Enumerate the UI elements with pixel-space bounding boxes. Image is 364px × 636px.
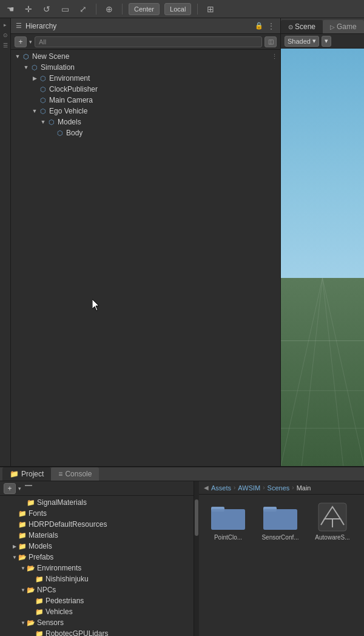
layers-icon[interactable]: ⊞ — [204, 2, 217, 16]
proj-label-env: Environments — [37, 564, 81, 572]
svg-line-3 — [302, 278, 322, 466]
scene-panel: ⊙ Scene ▷ Game Shaded ▾ ▾ — [281, 18, 364, 466]
hierarchy-toolbar: + ▾ ◫ — [11, 34, 280, 50]
proj-folder-icon-models: 📁 — [18, 543, 27, 550]
proj-folder-icon-env: 📂 — [27, 565, 35, 572]
tab-console[interactable]: ≡ Console — [51, 467, 99, 481]
center-button[interactable]: Center — [129, 3, 160, 15]
strip-icon-3[interactable]: ☰ — [1, 41, 10, 50]
proj-item-robotec[interactable]: ▶ 📁 RobotecGPULidars — [0, 628, 194, 636]
hierarchy-search-input[interactable] — [35, 36, 262, 47]
scrollbar-thumb[interactable] — [195, 499, 198, 536]
proj-label-sm: SignalMaterials — [37, 498, 87, 507]
hierarchy-lock-icon[interactable]: 🔒 — [255, 22, 263, 30]
main-area: ▸ ⊙ ☰ ☰ Hierarchy 🔒 ⋮ + ▾ ◫ ▼ ⬡ New Scen… — [0, 18, 364, 466]
proj-label-veh: Vehicles — [46, 607, 73, 616]
label-models: Models — [58, 118, 81, 126]
tab-scene[interactable]: ⊙ Scene — [281, 20, 323, 33]
proj-item-materials[interactable]: ▶ 📁 Materials — [0, 530, 194, 541]
arrow-simulation: ▼ — [22, 63, 30, 72]
cursor-icon — [92, 299, 102, 311]
tree-item-main-camera[interactable]: ▶ ⬡ Main Camera — [11, 95, 280, 106]
breadcrumb-awsim[interactable]: AWSIM — [238, 484, 260, 492]
breadcrumb-sep-1: › — [234, 484, 235, 491]
svg-line-4 — [323, 278, 343, 466]
proj-item-fonts[interactable]: ▶ 📁 Fonts — [0, 508, 194, 519]
add-dropdown-icon[interactable]: ▾ — [29, 39, 32, 45]
strip-icon-1[interactable]: ▸ — [1, 21, 10, 29]
shaded-label: Shaded — [288, 38, 311, 45]
breadcrumb-assets[interactable]: Assets — [211, 484, 231, 492]
arrow-models: ▼ — [39, 118, 47, 126]
asset-folder-icon-pointcloud — [210, 502, 246, 532]
proj-item-hdrp[interactable]: ▶ 📁 HDRPDefaultResources — [0, 519, 194, 530]
tree-item-environment[interactable]: ▶ ⬡ Environment — [11, 73, 280, 84]
icon-main-camera: ⬡ — [39, 96, 47, 104]
project-add-button[interactable]: + — [4, 483, 16, 494]
project-right-panel: ◀ Assets › AWSIM › Scenes › Main — [199, 481, 364, 636]
proj-item-signal-materials[interactable]: ▶ 📁 SignalMaterials — [0, 497, 194, 508]
breadcrumb-main: Main — [297, 484, 311, 492]
label-ego-vehicle: Ego Vehicle — [49, 107, 87, 115]
scene-tabs: ⊙ Scene ▷ Game — [281, 18, 364, 34]
proj-item-vehicles[interactable]: ▶ 📁 Vehicles — [0, 606, 194, 617]
hierarchy-add-button[interactable]: + — [15, 36, 27, 47]
proj-item-npcs[interactable]: ▼ 📂 NPCs — [0, 584, 194, 595]
icon-new-scene: ⬡ — [22, 52, 30, 61]
proj-folder-icon-mats: 📁 — [18, 532, 27, 539]
bottom-tabs: 📁 Project ≡ Console — [0, 467, 364, 481]
asset-sensorconf[interactable]: SensorConf... — [256, 499, 305, 544]
proj-label-npcs: NPCs — [37, 586, 56, 594]
transform-tool-icon[interactable]: ⤢ — [76, 2, 90, 16]
proj-folder-icon-sens: 📂 — [27, 620, 35, 626]
local-button[interactable]: Local — [164, 3, 191, 15]
proj-item-nishishinjuku[interactable]: ▶ 📁 Nishishinjuku — [0, 573, 194, 584]
asset-pointcloud[interactable]: PointClo... — [204, 499, 252, 544]
scene-view[interactable] — [281, 49, 364, 466]
console-tab-label: Console — [65, 470, 92, 478]
project-add-arrow[interactable]: ▾ — [18, 485, 21, 492]
project-tree-scrollbar[interactable] — [194, 481, 199, 636]
hand-tool-icon[interactable]: ☚ — [4, 2, 17, 16]
proj-item-prefabs[interactable]: ▼ 📂 Prefabs — [0, 552, 194, 563]
tree-item-models[interactable]: ▼ ⬡ Models — [11, 117, 280, 127]
strip-icon-2[interactable]: ⊙ — [1, 31, 10, 39]
rotate-tool-icon[interactable]: ↺ — [40, 2, 53, 16]
tree-item-new-scene[interactable]: ▼ ⬡ New Scene ⋮ — [11, 51, 280, 62]
arrow-ego-vehicle: ▼ — [30, 107, 39, 115]
rect-tool-icon[interactable]: ▭ — [58, 2, 72, 16]
asset-unity-icon-autoware — [314, 502, 351, 532]
scene-options-dropdown[interactable]: ▾ — [322, 36, 331, 47]
tree-item-simulation[interactable]: ▼ ⬡ Simulation — [11, 62, 280, 73]
breadcrumb-sep-2: › — [263, 484, 265, 491]
proj-item-pedestrians[interactable]: ▶ 📁 Pedestrians — [0, 595, 194, 606]
breadcrumb-scenes[interactable]: Scenes — [268, 484, 290, 492]
move-tool-icon[interactable]: ✛ — [22, 2, 35, 16]
icon-body: ⬡ — [56, 129, 64, 137]
extra-tool-icon[interactable]: ⊕ — [103, 2, 116, 16]
label-environment: Environment — [49, 74, 90, 83]
proj-arrow-sens: ▼ — [19, 618, 27, 627]
new-scene-menu[interactable]: ⋮ — [271, 53, 278, 61]
tree-item-body[interactable]: ▶ ⬡ Body — [11, 127, 280, 138]
hierarchy-filter-icon[interactable]: ◫ — [265, 36, 277, 47]
proj-item-sensors[interactable]: ▼ 📂 Sensors — [0, 617, 194, 628]
tree-item-ego-vehicle[interactable]: ▼ ⬡ Ego Vehicle — [11, 106, 280, 117]
tab-project[interactable]: 📁 Project — [2, 467, 51, 481]
tab-game[interactable]: ▷ Game — [323, 20, 364, 33]
proj-folder-icon-ped: 📁 — [35, 598, 44, 604]
proj-item-environments[interactable]: ▼ 📂 Environments — [0, 563, 194, 573]
scene-grid-svg — [281, 278, 364, 466]
label-body: Body — [66, 129, 83, 137]
breadcrumb-back-icon[interactable]: ◀ — [204, 484, 209, 491]
scene-tab-icon: ⊙ — [288, 24, 293, 30]
proj-item-models[interactable]: ▶ 📁 Models — [0, 541, 194, 552]
tree-item-clockpublisher[interactable]: ▶ ⬡ ClockPublisher — [11, 84, 280, 95]
shaded-dropdown[interactable]: Shaded ▾ — [285, 36, 319, 47]
proj-label-models: Models — [29, 542, 52, 550]
hierarchy-menu-icon[interactable]: ⋮ — [267, 21, 275, 31]
svg-line-1 — [281, 278, 323, 466]
asset-autoware[interactable]: AutowareS... — [308, 499, 357, 544]
proj-folder-icon-rob: 📁 — [35, 631, 44, 637]
hierarchy-icon: ☰ — [16, 22, 22, 30]
